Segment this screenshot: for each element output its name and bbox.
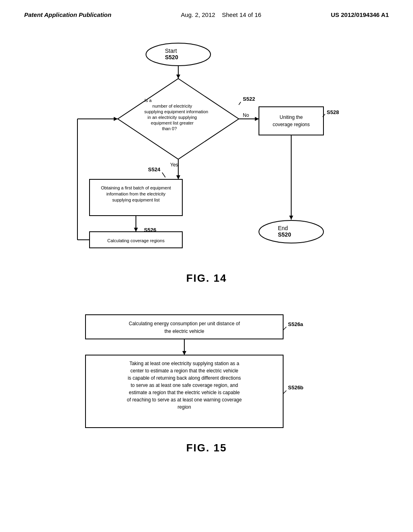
svg-line-16 xyxy=(162,172,165,177)
fig14-area: text { font-family: Arial, sans-serif; }… xyxy=(0,22,413,305)
svg-text:number of electricity: number of electricity xyxy=(152,104,192,108)
svg-text:equipment list greater: equipment list greater xyxy=(151,121,194,125)
svg-point-43 xyxy=(259,220,323,243)
svg-marker-24 xyxy=(134,228,138,232)
svg-text:S520: S520 xyxy=(278,231,291,238)
fig14-container: text { font-family: Arial, sans-serif; }… xyxy=(24,34,389,297)
svg-text:the electric vehicle: the electric vehicle xyxy=(165,328,204,334)
svg-text:Calculating energy consumption: Calculating energy consumption per unit … xyxy=(129,321,240,326)
svg-text:Uniting the: Uniting the xyxy=(280,114,303,120)
svg-text:Obtaining a first batch of equ: Obtaining a first batch of equipment xyxy=(101,185,171,190)
svg-text:S524: S524 xyxy=(148,166,161,172)
svg-text:estimate a region that the ele: estimate a region that the electric vehi… xyxy=(129,390,240,395)
svg-marker-35 xyxy=(255,117,259,121)
svg-text:supplying equipment informatio: supplying equipment information xyxy=(144,109,208,114)
svg-line-50 xyxy=(283,327,286,330)
svg-text:S526a: S526a xyxy=(288,321,303,327)
svg-text:supplying equipment list: supplying equipment list xyxy=(112,197,159,202)
svg-marker-32 xyxy=(114,117,118,121)
svg-point-0 xyxy=(146,43,211,66)
fig15-area: text { font-family: Arial, sans-serif; }… xyxy=(0,309,413,470)
svg-text:is capable of returning back a: is capable of returning back along diffe… xyxy=(128,375,241,381)
svg-text:End: End xyxy=(278,225,288,231)
svg-text:of reaching to serve as at lea: of reaching to serve as at least one war… xyxy=(127,397,242,403)
svg-text:Start: Start xyxy=(165,48,177,54)
page: Patent Application Publication Aug. 2, 2… xyxy=(0,0,413,532)
svg-text:S522: S522 xyxy=(243,96,255,102)
header: Patent Application Publication Aug. 2, 2… xyxy=(0,0,413,22)
svg-text:S520: S520 xyxy=(165,54,178,60)
fig15-svg: text { font-family: Arial, sans-serif; }… xyxy=(65,309,348,438)
svg-text:to serve as at least one safe : to serve as at least one safe coverage r… xyxy=(131,382,238,388)
svg-text:coverage regions: coverage regions xyxy=(273,122,310,127)
svg-line-7 xyxy=(239,102,241,105)
svg-text:region: region xyxy=(177,404,191,410)
svg-text:Yes: Yes xyxy=(170,162,178,168)
fig14-label: FIG. 14 xyxy=(186,272,227,285)
svg-text:information from the electrici: information from the electricity xyxy=(106,191,166,196)
svg-marker-4 xyxy=(176,75,180,79)
fig15-label: FIG. 15 xyxy=(186,442,227,454)
header-date-sheet: Aug. 2, 2012 Sheet 14 of 16 xyxy=(181,11,261,18)
svg-marker-18 xyxy=(176,175,180,179)
svg-text:S526b: S526b xyxy=(288,384,303,391)
svg-text:No: No xyxy=(243,112,249,118)
svg-text:Is a: Is a xyxy=(144,98,152,103)
svg-marker-52 xyxy=(182,351,186,355)
header-patent-number: US 2012/0194346 A1 xyxy=(331,11,389,18)
svg-rect-36 xyxy=(259,107,323,135)
fig15-container: text { font-family: Arial, sans-serif; }… xyxy=(24,309,389,462)
svg-line-62 xyxy=(283,391,286,394)
svg-text:S528: S528 xyxy=(327,109,339,115)
svg-text:center to estimate a region th: center to estimate a region that the ele… xyxy=(130,368,238,374)
header-publication: Patent Application Publication xyxy=(24,11,111,18)
svg-rect-46 xyxy=(86,315,283,339)
svg-text:in an electricity supplying: in an electricity supplying xyxy=(148,115,197,120)
svg-marker-42 xyxy=(289,216,293,220)
svg-text:Taking at least one electricit: Taking at least one electricity supplyin… xyxy=(129,361,239,366)
fig14-svg: text { font-family: Arial, sans-serif; }… xyxy=(65,34,348,268)
svg-text:Calculating coverage regions: Calculating coverage regions xyxy=(107,238,165,243)
svg-text:than 0?: than 0? xyxy=(162,126,177,131)
